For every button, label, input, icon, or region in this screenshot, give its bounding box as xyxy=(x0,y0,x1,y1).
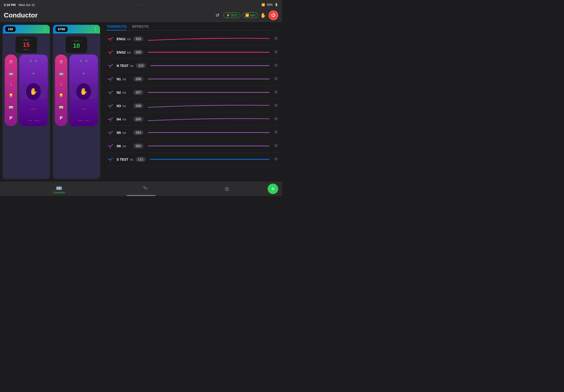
speed-up-2[interactable]: + xyxy=(79,58,83,64)
turnout-sub: SN xyxy=(122,145,126,148)
svg-point-41 xyxy=(275,119,276,120)
title-bar: Conductor ↺ ⚡ DCC 📶 tam ✋ ⏻ xyxy=(0,10,282,22)
turnout-row[interactable]: ENG2 EN205 xyxy=(107,46,278,59)
throttle-menu-1[interactable]: ⋮ xyxy=(43,27,47,32)
conductor-nav-icon: 🚌 xyxy=(56,184,62,191)
svg-point-4 xyxy=(276,38,277,39)
turnout-row[interactable]: N2 SN207 xyxy=(107,86,278,99)
nav-effects[interactable]: ⧉ xyxy=(225,186,229,192)
speed-up-1b[interactable]: + xyxy=(35,58,38,64)
svg-point-11 xyxy=(275,52,276,53)
arrows-icon-2[interactable]: ↕ xyxy=(60,82,62,86)
turnout-row[interactable]: N5 SN204 xyxy=(107,126,278,139)
turnout-name: ENG1 EN xyxy=(117,37,131,41)
consist-icon-1[interactable]: 🚃 xyxy=(9,104,14,109)
conductor-nav-label: Conductor xyxy=(53,191,65,194)
svg-point-21 xyxy=(275,77,275,78)
speed-value-1: 15 xyxy=(23,41,30,49)
svg-point-10 xyxy=(276,51,277,52)
turnout-name: N4 SN xyxy=(117,117,131,121)
home-indicator xyxy=(127,195,155,196)
refresh-button[interactable]: ↺ xyxy=(213,12,221,19)
turnout-line xyxy=(148,103,270,108)
dpad-hand-1[interactable]: ✋ xyxy=(26,83,41,100)
light-icon-2[interactable]: 💡 xyxy=(59,93,64,98)
nav-turnouts[interactable] xyxy=(142,185,148,193)
turnout-row[interactable]: N6 SN202 xyxy=(107,140,278,153)
status-dots: ··· xyxy=(138,3,144,7)
turnout-row[interactable]: N3 SN208 xyxy=(107,99,278,112)
svg-point-29 xyxy=(275,92,276,93)
dpad-bottom-2: — — xyxy=(78,118,89,123)
turnout-settings-icon[interactable] xyxy=(274,76,278,82)
status-time: 2:19 PM xyxy=(4,3,15,7)
tab-turnouts[interactable]: TURNOUTS xyxy=(107,24,126,30)
turnout-row[interactable]: N TEST SN215 xyxy=(107,59,278,72)
svg-point-15 xyxy=(275,64,275,65)
dpad-hand-2[interactable]: ✋ xyxy=(76,83,91,100)
train-icon-2[interactable]: 🚌 xyxy=(59,71,64,76)
svg-point-5 xyxy=(275,39,276,40)
speed-down-1[interactable]: — xyxy=(31,106,36,111)
turnout-settings-icon[interactable] xyxy=(274,117,278,122)
arrows-icon-1[interactable]: ↕ xyxy=(10,82,12,86)
turnout-sub: SN xyxy=(122,131,126,134)
dcc-badge[interactable]: ⚡ DCC xyxy=(223,13,240,18)
turnout-settings-icon[interactable] xyxy=(274,143,278,149)
turnout-badge: 215 xyxy=(136,63,146,68)
turnout-row[interactable]: N4 SN200 xyxy=(107,113,278,126)
hand-button[interactable]: ✋ xyxy=(260,13,266,18)
speed-up-single-1[interactable]: + xyxy=(32,70,35,77)
turnout-badge: 206 xyxy=(133,76,143,82)
speed-down-2a[interactable]: — xyxy=(78,118,83,123)
turnout-settings-icon[interactable] xyxy=(274,36,278,42)
main-content: 150 ⋮ ↑↑ FWD ↑↑ 15 ↓↓ REV ↓↓ ⏱ 🚌 ↕ 💡 🚃 xyxy=(0,22,282,182)
speed-up-single-2[interactable]: + xyxy=(82,70,85,77)
turnout-name: N TEST SN xyxy=(117,64,134,68)
svg-point-51 xyxy=(275,144,275,145)
tam-badge[interactable]: 📶 tam xyxy=(243,13,258,18)
turnout-settings-icon[interactable] xyxy=(274,90,278,95)
train-icon-1[interactable]: 🚌 xyxy=(9,71,14,76)
turnout-settings-icon[interactable] xyxy=(274,130,278,135)
speed-label-top-2: ↑↑ FWD ↑↑ xyxy=(71,40,82,42)
speedometer-icon-1[interactable]: ⏱ xyxy=(9,60,13,64)
power-button[interactable]: ⏻ xyxy=(269,11,278,20)
svg-point-33 xyxy=(275,104,275,105)
turnout-icon xyxy=(107,89,114,96)
turnout-sub: SN xyxy=(122,118,126,121)
status-bar: 2:19 PM Wed Jun 12 ··· 📶 83% 🔋 xyxy=(0,0,282,10)
fab-add-button[interactable]: + xyxy=(268,183,278,194)
nav-conductor[interactable]: 🚌 Conductor xyxy=(53,184,65,194)
turnout-row[interactable]: S TEST SS111 xyxy=(107,153,278,166)
turnout-settings-icon[interactable] xyxy=(274,50,278,55)
speed-up-1[interactable]: + xyxy=(29,58,32,64)
speed-down-2[interactable]: — xyxy=(81,106,86,111)
light-icon-1[interactable]: 💡 xyxy=(9,93,14,98)
speed-up-2b[interactable]: + xyxy=(85,58,88,64)
svg-point-27 xyxy=(275,90,275,91)
throttle-menu-2[interactable]: ⋮ xyxy=(93,27,97,32)
turnout-row[interactable]: N1 SN206 xyxy=(107,73,278,85)
turnout-line xyxy=(148,52,270,53)
throttles-panel: 150 ⋮ ↑↑ FWD ↑↑ 15 ↓↓ REV ↓↓ ⏱ 🚌 ↕ 💡 🚃 xyxy=(0,22,103,182)
turnout-settings-icon[interactable] xyxy=(274,63,278,68)
turnout-settings-icon[interactable] xyxy=(274,157,278,162)
turnout-settings-icon[interactable] xyxy=(274,103,278,109)
speed-down-2b[interactable]: — xyxy=(85,118,89,123)
turnout-name: N2 SN xyxy=(117,91,131,94)
tab-effects[interactable]: EFFECTS xyxy=(132,24,148,30)
speed-down-1a[interactable]: — xyxy=(28,118,32,123)
parking-icon-2[interactable]: P xyxy=(60,116,63,121)
turnout-row[interactable]: ENG1 EN203 xyxy=(107,32,278,45)
throttle-id-2: 8780 xyxy=(55,27,68,32)
speed-down-1b[interactable]: — xyxy=(35,118,39,123)
speedometer-icon-2[interactable]: ⏱ xyxy=(59,60,63,64)
status-right: 📶 83% 🔋 xyxy=(261,3,278,6)
consist-icon-2[interactable]: 🚃 xyxy=(59,104,64,109)
turnout-name: N6 SN xyxy=(117,144,131,148)
parking-icon-1[interactable]: P xyxy=(10,116,13,121)
svg-point-9 xyxy=(275,50,275,51)
turnout-badge: 200 xyxy=(133,117,143,122)
turnout-badge: 207 xyxy=(133,90,143,95)
